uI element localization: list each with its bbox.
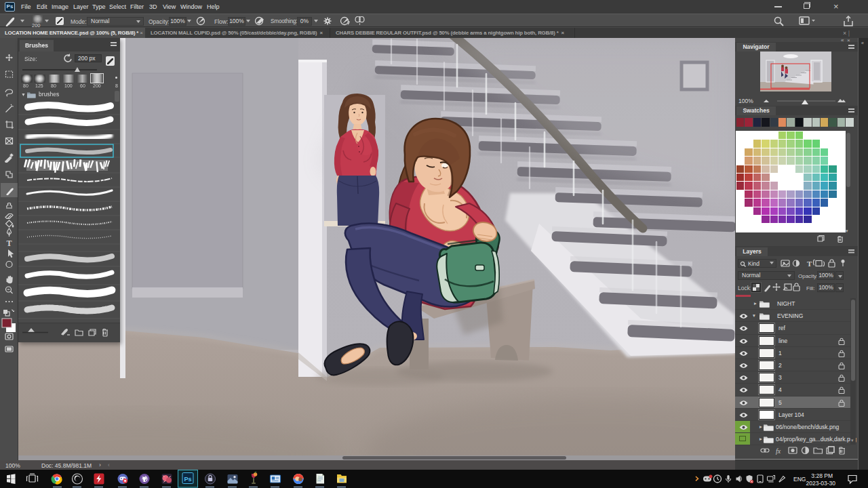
svg-text:fx: fx — [776, 447, 781, 455]
svg-text:Ps: Ps — [184, 476, 191, 483]
svg-text:T: T — [807, 260, 812, 268]
svg-text:3:28 PM: 3:28 PM — [811, 472, 833, 479]
svg-text:2023-03-30: 2023-03-30 — [806, 480, 836, 487]
svg-text:T: T — [6, 239, 12, 248]
svg-text:ENG: ENG — [793, 476, 806, 483]
